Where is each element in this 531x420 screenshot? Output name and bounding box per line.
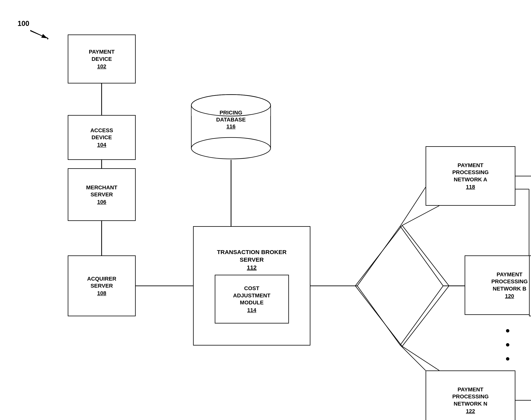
pricing-database-cylinder: PRICINGDATABASE 116 — [187, 94, 274, 160]
cost-adjustment-label: COSTADJUSTMENTMODULE — [233, 285, 270, 306]
svg-marker-32 — [355, 225, 449, 346]
merchant-server-label: MERCHANTSERVER — [86, 184, 117, 198]
svg-line-17 — [30, 30, 47, 38]
diagram-ref-label: 100 — [17, 19, 29, 28]
pricing-db-label: PRICINGDATABASE — [216, 110, 246, 123]
ppn-a-box: PAYMENTPROCESSINGNETWORK A 118 — [426, 146, 515, 206]
ppn-b-label: PAYMENTPROCESSINGNETWORK B — [491, 271, 528, 292]
ppn-n-label: PAYMENTPROCESSINGNETWORK N — [452, 386, 489, 407]
acquirer-server-label: ACQUIRERSERVER — [87, 275, 116, 290]
merchant-server-number: 106 — [97, 199, 106, 205]
ppn-n-box: PAYMENTPROCESSINGNETWORK N 122 — [426, 371, 515, 420]
payment-device-label: PAYMENTDEVICE — [89, 48, 114, 63]
ppn-a-label: PAYMENTPROCESSINGNETWORK A — [452, 162, 489, 183]
access-device-label: ACCESSDEVICE — [90, 127, 113, 141]
payment-device-box: PAYMENTDEVICE 102 — [68, 34, 136, 83]
svg-line-9 — [400, 345, 426, 371]
svg-marker-6 — [357, 226, 443, 345]
ellipsis-dots: ••• — [506, 324, 510, 366]
payment-device-number: 102 — [97, 63, 106, 70]
svg-line-24 — [30, 31, 48, 39]
svg-line-33 — [402, 206, 439, 225]
ppn-n-number: 122 — [466, 408, 475, 414]
ppn-a-number: 118 — [466, 184, 475, 190]
ppn-b-box: PAYMENTPROCESSINGNETWORK B 120 — [465, 255, 531, 315]
merchant-server-box: MERCHANTSERVER 106 — [68, 168, 136, 221]
svg-line-35 — [402, 346, 439, 371]
cost-adjustment-box: COSTADJUSTMENTMODULE 114 — [215, 275, 289, 323]
acquirer-server-box: ACQUIRERSERVER 108 — [68, 255, 136, 316]
acquirer-server-number: 108 — [97, 290, 106, 296]
cost-adjustment-number: 114 — [247, 307, 256, 313]
ppn-b-number: 120 — [505, 293, 514, 299]
transaction-broker-number: 112 — [247, 264, 257, 271]
transaction-broker-box: TRANSACTION BROKERSERVER 112 COSTADJUSTM… — [193, 226, 310, 345]
access-device-number: 104 — [97, 142, 106, 148]
issuer-server-box: ISSUERSERVER 126 — [529, 255, 531, 316]
svg-point-20 — [191, 137, 271, 159]
transaction-broker-label: TRANSACTION BROKERSERVER — [217, 248, 287, 263]
svg-line-7 — [400, 187, 426, 226]
pricing-db-number: 116 — [226, 123, 236, 130]
svg-marker-25 — [47, 37, 48, 40]
access-device-box: ACCESSDEVICE 104 — [68, 115, 136, 160]
